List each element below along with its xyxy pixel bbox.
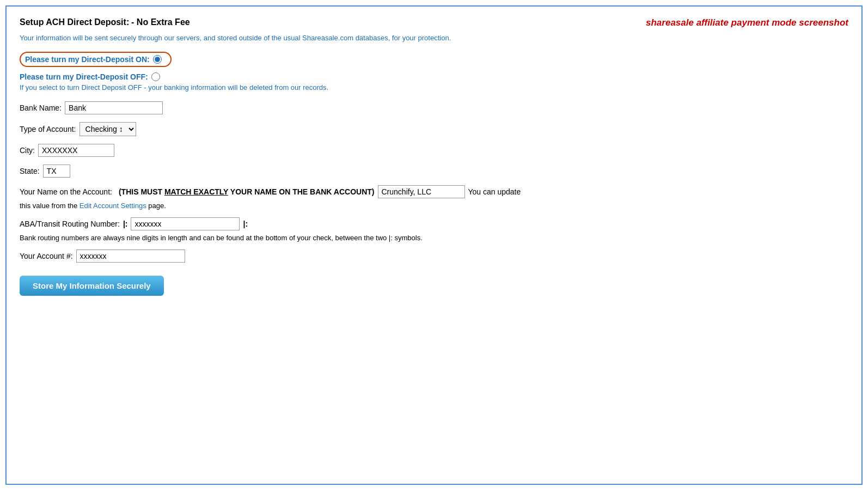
city-input[interactable] — [38, 144, 114, 157]
state-row: State: — [20, 165, 848, 178]
deposit-off-label: Please turn my Direct-Deposit OFF: — [20, 72, 148, 81]
state-label: State: — [20, 167, 40, 175]
title-main: Setup ACH Direct Deposit: — [20, 17, 129, 27]
account-type-row: Type of Account: Checking ↕ Savings — [20, 122, 848, 136]
account-type-label: Type of Account: — [20, 125, 76, 133]
bank-name-input[interactable] — [65, 101, 163, 114]
routing-input[interactable] — [131, 217, 240, 230]
account-number-label: Your Account #: — [20, 252, 73, 260]
account-type-select[interactable]: Checking ↕ Savings — [80, 122, 136, 136]
account-number-row: Your Account #: — [20, 249, 848, 263]
bank-name-row: Bank Name: — [20, 101, 848, 114]
deposit-off-radio[interactable] — [151, 72, 160, 81]
routing-hint: Bank routing numbers are always nine dig… — [20, 234, 848, 242]
deposit-on-label[interactable]: Please turn my Direct-Deposit ON: — [20, 52, 172, 67]
routing-pipe-left: |: — [123, 220, 128, 228]
deposit-off-row: Please turn my Direct-Deposit OFF: — [20, 72, 848, 81]
bank-name-label: Bank Name: — [20, 104, 62, 112]
account-number-input[interactable] — [76, 249, 185, 263]
deposit-on-section: Please turn my Direct-Deposit ON: — [20, 52, 848, 67]
city-label: City: — [20, 146, 35, 155]
main-container: Setup ACH Direct Deposit: - No Extra Fee… — [5, 5, 863, 485]
title-suffix: - No Extra Fee — [131, 17, 190, 27]
account-name-row: Your Name on the Account: (THIS MUST MAT… — [20, 185, 848, 198]
city-row: City: — [20, 144, 848, 157]
form-section: Bank Name: Type of Account: Checking ↕ S… — [20, 101, 848, 296]
state-input[interactable] — [43, 165, 70, 178]
deposit-off-warning: If you select to turn Direct Deposit OFF… — [20, 83, 848, 92]
page-suffix: page. — [148, 202, 166, 210]
routing-row: ABA/Transit Routing Number: |: |: — [20, 217, 848, 230]
edit-account-link[interactable]: Edit Account Settings — [80, 202, 146, 210]
submit-button[interactable]: Store My Information Securely — [20, 276, 164, 296]
deposit-on-text: Please turn my Direct-Deposit ON: — [25, 55, 150, 64]
routing-section: ABA/Transit Routing Number: |: |: Bank r… — [20, 217, 848, 242]
routing-pipe-right: |: — [243, 220, 248, 228]
account-name-section: Your Name on the Account: (THIS MUST MAT… — [20, 185, 848, 210]
deposit-on-radio[interactable] — [153, 55, 162, 64]
must-match-text: (THIS MUST MATCH EXACTLY YOUR NAME ON TH… — [119, 187, 375, 196]
security-info: Your information will be sent securely t… — [20, 34, 848, 42]
update-text-inline: You can update — [468, 187, 521, 196]
routing-label: ABA/Transit Routing Number: — [20, 220, 120, 228]
update-text-row: this value from the Edit Account Setting… — [20, 202, 848, 210]
screenshot-label: shareasale affiliate payment mode screen… — [646, 17, 848, 28]
account-name-input[interactable] — [378, 185, 465, 198]
account-name-label: Your Name on the Account: — [20, 187, 112, 196]
page-title: Setup ACH Direct Deposit: - No Extra Fee — [20, 17, 190, 27]
header-row: Setup ACH Direct Deposit: - No Extra Fee… — [20, 17, 848, 28]
